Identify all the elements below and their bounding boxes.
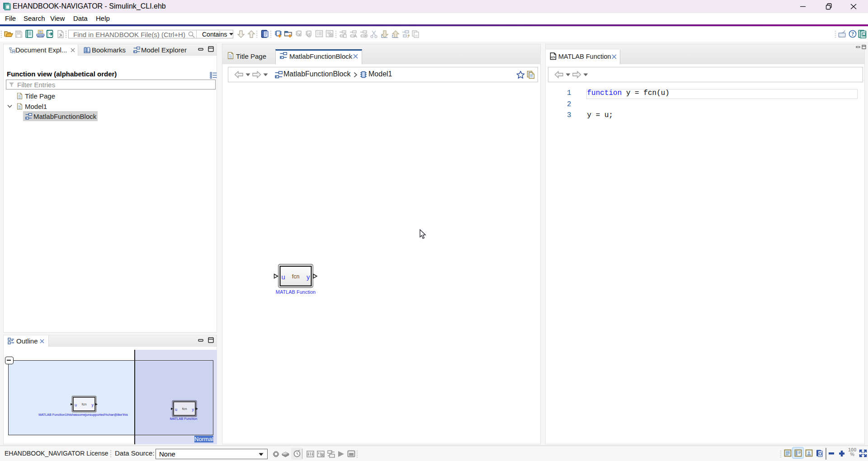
svg-text:fcn: fcn <box>82 402 87 406</box>
svg-text:</>: </> <box>551 56 555 59</box>
svg-text:u: u <box>282 273 285 281</box>
svg-text:y: y <box>92 403 94 407</box>
svg-text:?: ? <box>851 31 854 37</box>
svg-text:u: u <box>75 403 77 407</box>
svg-text:y: y <box>192 407 194 412</box>
svg-text:fcn: fcn <box>182 407 187 411</box>
svg-text:y: y <box>307 273 310 281</box>
svg-text:fcn: fcn <box>292 273 300 280</box>
svg-text:u: u <box>175 407 177 412</box>
